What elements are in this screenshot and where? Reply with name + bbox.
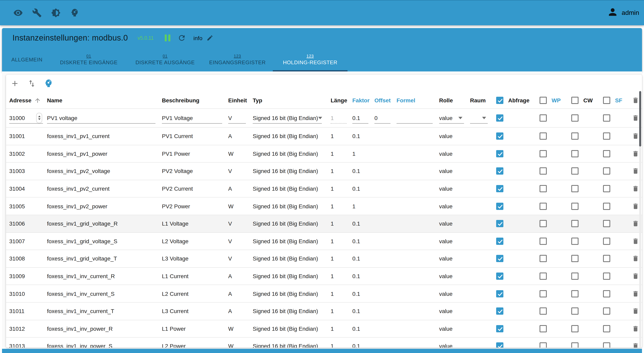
sf-all-checkbox[interactable] [603, 97, 610, 104]
cw-checkbox[interactable] [571, 273, 578, 280]
poll-checkbox[interactable] [496, 185, 504, 192]
sf-checkbox[interactable] [603, 203, 610, 210]
delete-row-icon[interactable] [632, 273, 639, 280]
header-address[interactable]: Adresse [9, 92, 47, 108]
poll-checkbox[interactable] [496, 203, 504, 210]
role-select[interactable]: value [439, 113, 464, 123]
wp-checkbox[interactable] [540, 150, 547, 157]
wp-checkbox[interactable] [540, 168, 547, 175]
cw-checkbox[interactable] [571, 343, 578, 348]
sf-checkbox[interactable] [603, 325, 610, 332]
description-input[interactable]: PV1 Voltage [162, 113, 222, 123]
poll-checkbox[interactable] [496, 290, 504, 297]
sf-checkbox[interactable] [603, 238, 610, 245]
poll-checkbox[interactable] [496, 114, 504, 122]
cw-checkbox[interactable] [571, 168, 578, 175]
wp-all-checkbox[interactable] [540, 97, 547, 104]
brightness-icon[interactable] [51, 8, 61, 18]
scrollbar-thumb[interactable] [639, 91, 641, 146]
room-select[interactable] [470, 113, 488, 123]
wp-checkbox[interactable] [540, 133, 547, 140]
poll-checkbox[interactable] [496, 308, 504, 315]
unit-input[interactable]: V [228, 113, 246, 123]
tab-eingangsregister[interactable]: 123EINGANGSREGISTER [202, 48, 273, 71]
delete-row-icon[interactable] [632, 114, 639, 122]
delete-row-icon[interactable] [632, 255, 639, 262]
user-menu[interactable]: admin [607, 6, 644, 19]
poll-checkbox[interactable] [496, 133, 504, 140]
delete-row-icon[interactable] [632, 203, 639, 210]
wrench-icon[interactable] [32, 8, 42, 18]
type-select[interactable]: Signed 16 bit (Big Endian) [253, 113, 322, 123]
wp-checkbox[interactable] [540, 290, 547, 297]
wp-checkbox[interactable] [540, 185, 547, 192]
wp-checkbox[interactable] [540, 273, 547, 280]
wp-checkbox[interactable] [540, 114, 547, 122]
wp-checkbox[interactable] [540, 325, 547, 332]
tab-allgemein[interactable]: ALLGEMEIN [4, 48, 50, 71]
formula-input[interactable] [396, 113, 433, 123]
sf-checkbox[interactable] [603, 255, 610, 262]
sf-checkbox[interactable] [603, 308, 610, 315]
cw-checkbox[interactable] [571, 308, 578, 315]
pause-icon[interactable] [165, 34, 170, 41]
refresh-icon[interactable] [178, 34, 186, 42]
sf-checkbox[interactable] [603, 185, 610, 192]
sf-checkbox[interactable] [603, 220, 610, 227]
cw-checkbox[interactable] [571, 220, 578, 227]
cw-checkbox[interactable] [571, 238, 578, 245]
tab-diskrete-eing-nge[interactable]: 01DISKRETE EINGÄNGE [50, 48, 128, 71]
sf-checkbox[interactable] [603, 133, 610, 140]
edit-icon[interactable] [206, 34, 213, 41]
cw-checkbox[interactable] [571, 185, 578, 192]
cw-checkbox[interactable] [571, 114, 578, 122]
add-register-icon[interactable] [10, 79, 20, 88]
cw-checkbox[interactable] [571, 325, 578, 332]
poll-checkbox[interactable] [496, 150, 504, 157]
factor-input[interactable]: 0.1 [352, 113, 368, 123]
sf-checkbox[interactable] [603, 168, 610, 175]
sf-checkbox[interactable] [603, 290, 610, 297]
wp-checkbox[interactable] [540, 255, 547, 262]
wp-checkbox[interactable] [540, 238, 547, 245]
info-link[interactable]: info [194, 35, 202, 41]
tab-holding-register[interactable]: 123HOLDING-REGISTER [273, 48, 348, 71]
offset-input[interactable]: 0 [374, 113, 390, 123]
poll-all-checkbox[interactable] [496, 97, 504, 104]
cw-checkbox[interactable] [571, 290, 578, 297]
poll-checkbox[interactable] [496, 255, 504, 262]
tab-diskrete-ausg-nge[interactable]: 01DISKRETE AUSGÄNGE [128, 48, 202, 71]
number-stepper[interactable] [36, 113, 42, 123]
sf-checkbox[interactable] [603, 150, 610, 157]
delete-row-icon[interactable] [632, 325, 639, 332]
delete-row-icon[interactable] [632, 185, 639, 192]
delete-row-icon[interactable] [632, 308, 639, 315]
sf-checkbox[interactable] [603, 114, 610, 122]
psychology-suggest-icon[interactable] [44, 79, 54, 88]
delete-row-icon[interactable] [632, 168, 639, 175]
visibility-icon[interactable] [13, 8, 23, 18]
delete-row-icon[interactable] [632, 220, 639, 227]
delete-row-icon[interactable] [632, 290, 639, 297]
wp-checkbox[interactable] [540, 308, 547, 315]
poll-checkbox[interactable] [496, 325, 504, 332]
psychology-icon[interactable] [70, 8, 80, 18]
poll-checkbox[interactable] [496, 238, 504, 245]
sf-checkbox[interactable] [603, 273, 610, 280]
cw-all-checkbox[interactable] [571, 97, 578, 104]
poll-checkbox[interactable] [496, 273, 504, 280]
poll-checkbox[interactable] [496, 220, 504, 227]
import-export-icon[interactable] [27, 79, 36, 88]
poll-checkbox[interactable] [496, 343, 504, 348]
wp-checkbox[interactable] [540, 220, 547, 227]
delete-row-icon[interactable] [632, 238, 639, 245]
wp-checkbox[interactable] [540, 203, 547, 210]
address-input[interactable]: 31000 [9, 113, 43, 123]
cw-checkbox[interactable] [571, 133, 578, 140]
cw-checkbox[interactable] [571, 203, 578, 210]
delete-all-icon[interactable] [632, 97, 639, 104]
cw-checkbox[interactable] [571, 255, 578, 262]
wp-checkbox[interactable] [540, 343, 547, 348]
name-input[interactable]: PV1 voltage [47, 113, 156, 123]
delete-row-icon[interactable] [632, 343, 639, 348]
